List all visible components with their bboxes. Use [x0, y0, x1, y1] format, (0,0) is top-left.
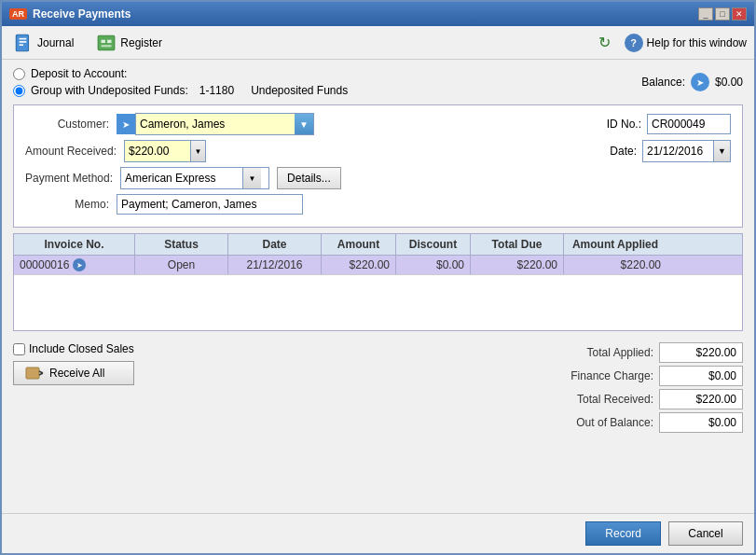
table-body: 00000016 ➤ Open 21/12/2016 $220.00 $0.00… — [14, 256, 742, 330]
title-bar-left: AR Receive Payments — [9, 7, 131, 21]
payment-dropdown-btn[interactable]: ▼ — [242, 168, 261, 188]
payment-wrapper: American Express ▼ — [120, 167, 269, 189]
amount-label: Amount Received: — [25, 145, 117, 158]
form-panel: Customer: ➤ Cameron, James ▼ ID No.: CR0… — [13, 104, 743, 228]
deposit-account-label: Deposit to Account: — [31, 67, 127, 80]
bottom-left: Include Closed Sales Receive All — [13, 342, 134, 385]
maximize-button[interactable]: □ — [715, 7, 730, 21]
help-button[interactable]: ? Help for this window — [625, 34, 747, 52]
id-section: ID No.: CR000049 — [607, 114, 731, 134]
record-button[interactable]: Record — [585, 521, 661, 546]
col-invoice-no: Invoice No. — [14, 234, 135, 255]
td-amount-applied: $220.00 — [564, 256, 667, 274]
receive-all-icon — [25, 366, 44, 381]
date-label: Date: — [610, 145, 637, 158]
help-icon: ? — [625, 34, 643, 52]
register-label: Register — [120, 36, 162, 49]
date-input[interactable]: 21/12/2016 — [643, 143, 713, 160]
customer-nav-icon[interactable]: ➤ — [117, 114, 135, 134]
col-status: Status — [135, 234, 228, 255]
receive-all-label: Receive All — [49, 367, 104, 380]
customer-input-wrapper: Cameron, James ▼ — [135, 113, 314, 135]
receive-all-button[interactable]: Receive All — [13, 361, 134, 385]
bottom-section: Include Closed Sales Receive All Total A… — [13, 337, 743, 438]
total-applied-value: $220.00 — [659, 342, 743, 363]
amount-dropdown-btn[interactable]: ▼ — [190, 141, 205, 161]
minimize-button[interactable]: _ — [698, 7, 713, 21]
svg-rect-8 — [26, 368, 39, 379]
title-bar-controls: _ □ ✕ — [698, 7, 747, 21]
date-section: Date: 21/12/2016 ▼ — [610, 140, 731, 162]
td-amount: $220.00 — [322, 256, 396, 274]
table-header: Invoice No. Status Date Amount Discount … — [14, 234, 742, 256]
payment-row: Payment Method: American Express ▼ Detai… — [25, 167, 731, 189]
include-closed-checkbox[interactable] — [13, 343, 25, 355]
cancel-button[interactable]: Cancel — [668, 521, 743, 546]
customer-label: Customer: — [25, 118, 109, 131]
id-input[interactable]: CR000049 — [647, 114, 731, 134]
svg-rect-4 — [99, 35, 116, 49]
group-funds-label: Group with Undeposited Funds: — [31, 84, 188, 97]
details-button[interactable]: Details... — [277, 167, 341, 189]
customer-dropdown-btn[interactable]: ▼ — [295, 114, 313, 134]
amount-row: Amount Received: $220.00 ▼ Date: 21/12/2… — [25, 140, 731, 162]
journal-button[interactable]: Journal — [9, 31, 77, 55]
include-closed-label: Include Closed Sales — [29, 342, 134, 355]
group-radio-row: Group with Undeposited Funds: 1-1180 Und… — [13, 84, 348, 97]
radio-group: Deposit to Account: Group with Undeposit… — [13, 67, 348, 97]
window-title: Receive Payments — [33, 7, 131, 21]
group-funds-radio[interactable] — [13, 85, 25, 97]
td-invoice-no: 00000016 ➤ — [14, 256, 135, 274]
app-badge: AR — [9, 8, 27, 20]
journal-icon — [13, 33, 34, 53]
register-button[interactable]: Register — [92, 31, 166, 55]
col-discount: Discount — [396, 234, 471, 255]
id-label: ID No.: — [607, 118, 641, 131]
total-received-value: $220.00 — [659, 389, 743, 409]
row-nav-icon: ➤ — [73, 258, 86, 271]
balance-value: $0.00 — [715, 76, 743, 89]
svg-rect-6 — [107, 39, 111, 42]
receive-payments-window: AR Receive Payments _ □ ✕ Journal — [0, 0, 756, 555]
include-closed-row: Include Closed Sales — [13, 342, 134, 355]
deposit-account-radio[interactable] — [13, 68, 25, 80]
toolbar-right: ↻ ? Help for this window — [593, 31, 747, 55]
balance-arrow-icon: ➤ — [691, 73, 709, 91]
svg-rect-5 — [102, 39, 105, 42]
date-wrapper: 21/12/2016 ▼ — [642, 140, 731, 162]
row-invoice-no: 00000016 — [20, 258, 69, 271]
col-amount: Amount — [322, 234, 396, 255]
svg-line-10 — [39, 373, 43, 375]
memo-input[interactable]: Payment; Cameron, James — [117, 194, 303, 215]
journal-label: Journal — [37, 36, 74, 49]
customer-input[interactable]: Cameron, James — [136, 116, 295, 132]
amount-wrapper: $220.00 ▼ — [124, 140, 206, 162]
amount-input[interactable]: $220.00 — [125, 143, 190, 160]
main-content: Deposit to Account: Group with Undeposit… — [2, 60, 754, 513]
toolbar-left: Journal Register — [9, 31, 166, 55]
payment-input[interactable]: American Express — [121, 170, 242, 187]
refresh-button[interactable]: ↻ — [593, 31, 617, 55]
payment-label: Payment Method: — [25, 172, 113, 185]
memo-label: Memo: — [25, 198, 109, 211]
date-picker-btn[interactable]: ▼ — [713, 141, 730, 161]
col-amount-applied: Amount Applied — [564, 234, 667, 255]
title-bar: AR Receive Payments _ □ ✕ — [2, 2, 754, 26]
col-total-due: Total Due — [471, 234, 564, 255]
td-discount: $0.00 — [396, 256, 471, 274]
help-label: Help for this window — [647, 36, 747, 49]
balance-label: Balance: — [641, 76, 685, 89]
td-status: Open — [135, 256, 228, 274]
col-date: Date — [228, 234, 322, 255]
customer-row: Customer: ➤ Cameron, James ▼ ID No.: CR0… — [25, 113, 731, 135]
finance-charge-value: $0.00 — [659, 366, 743, 386]
total-received-label: Total Received: — [542, 393, 653, 406]
svg-rect-0 — [16, 35, 28, 51]
table-row[interactable]: 00000016 ➤ Open 21/12/2016 $220.00 $0.00… — [14, 256, 742, 275]
deposit-radio-row: Deposit to Account: — [13, 67, 348, 80]
footer: Record Cancel — [2, 513, 754, 553]
td-total-due: $220.00 — [471, 256, 564, 274]
account-number: 1-1180 — [199, 84, 234, 97]
close-button[interactable]: ✕ — [732, 7, 747, 21]
deposit-section: Deposit to Account: Group with Undeposit… — [13, 67, 743, 97]
